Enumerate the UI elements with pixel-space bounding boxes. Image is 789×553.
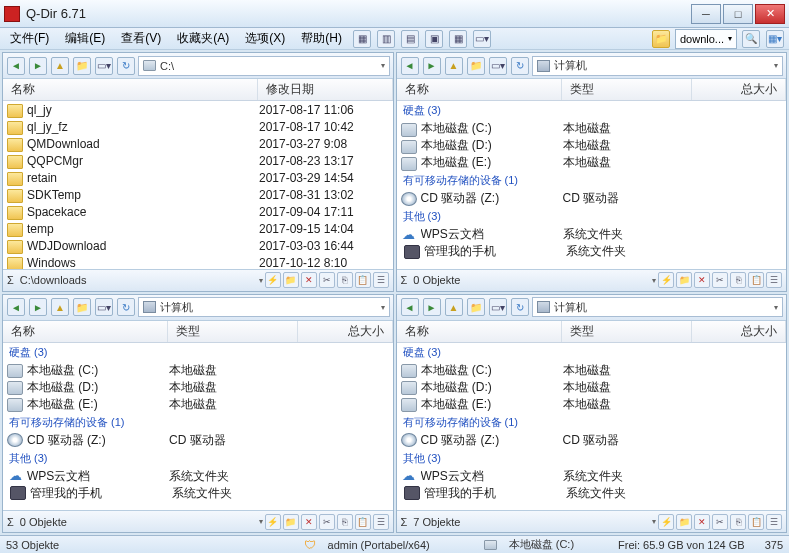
pane-4-filelist[interactable]: 硬盘 (3)本地磁盘 (C:)本地磁盘本地磁盘 (D:)本地磁盘本地磁盘 (E:… xyxy=(397,343,787,511)
pane-2-address[interactable]: 计算机▾ xyxy=(532,56,784,76)
view-icon[interactable]: ▭▾ xyxy=(489,57,507,75)
col-type[interactable]: 类型 xyxy=(562,79,692,100)
props-icon[interactable]: ☰ xyxy=(766,514,782,530)
pane-1-address[interactable]: C:\▾ xyxy=(138,56,390,76)
file-row[interactable]: retain2017-03-29 14:54 xyxy=(3,169,393,186)
drive-row[interactable]: 本地磁盘 (D:)本地磁盘 xyxy=(3,379,393,396)
pane-3-filelist[interactable]: 硬盘 (3)本地磁盘 (C:)本地磁盘本地磁盘 (D:)本地磁盘本地磁盘 (E:… xyxy=(3,343,393,511)
forward-icon[interactable]: ► xyxy=(423,298,441,316)
copy-icon[interactable]: ⎘ xyxy=(730,514,746,530)
pane-2-filelist[interactable]: 硬盘 (3)本地磁盘 (C:)本地磁盘本地磁盘 (D:)本地磁盘本地磁盘 (E:… xyxy=(397,101,787,269)
refresh-icon[interactable]: ↻ xyxy=(117,57,135,75)
layout-3-icon[interactable]: ▤ xyxy=(401,30,419,48)
bolt-icon[interactable]: ⚡ xyxy=(658,514,674,530)
file-row[interactable]: QQPCMgr2017-08-23 13:17 xyxy=(3,152,393,169)
col-name[interactable]: 名称 xyxy=(3,79,258,100)
dropdown-icon[interactable]: ▾ xyxy=(652,517,656,526)
view-icon[interactable]: ▭▾ xyxy=(95,57,113,75)
delete-icon[interactable]: ✕ xyxy=(301,272,317,288)
back-icon[interactable]: ◄ xyxy=(7,298,25,316)
file-row[interactable]: Spacekace2017-09-04 17:11 xyxy=(3,203,393,220)
view-mode-icon[interactable]: ▭▾ xyxy=(473,30,491,48)
menu-edit[interactable]: 编辑(E) xyxy=(59,28,111,49)
delete-icon[interactable]: ✕ xyxy=(301,514,317,530)
copy-icon[interactable]: ⎘ xyxy=(337,514,353,530)
menu-view[interactable]: 查看(V) xyxy=(115,28,167,49)
folder-nav-icon[interactable]: 📁 xyxy=(73,298,91,316)
drive-row[interactable]: ☁WPS云文档系统文件夹 xyxy=(397,468,787,485)
layout-4-icon[interactable]: ▣ xyxy=(425,30,443,48)
cut-icon[interactable]: ✂ xyxy=(712,514,728,530)
bolt-icon[interactable]: ⚡ xyxy=(265,514,281,530)
drive-row[interactable]: 本地磁盘 (C:)本地磁盘 xyxy=(397,120,787,137)
drive-row[interactable]: 本地磁盘 (D:)本地磁盘 xyxy=(397,379,787,396)
layout-5-icon[interactable]: ▦ xyxy=(449,30,467,48)
col-type[interactable]: 类型 xyxy=(562,321,692,342)
file-row[interactable]: ql_jy2017-08-17 11:06 xyxy=(3,101,393,118)
paste-icon[interactable]: 📋 xyxy=(355,272,371,288)
file-row[interactable]: temp2017-09-15 14:04 xyxy=(3,220,393,237)
props-icon[interactable]: ☰ xyxy=(373,272,389,288)
up-icon[interactable]: ▲ xyxy=(445,57,463,75)
search-icon[interactable]: 🔍 xyxy=(742,30,760,48)
drive-row[interactable]: 本地磁盘 (C:)本地磁盘 xyxy=(397,362,787,379)
layout-1-icon[interactable]: ▦ xyxy=(353,30,371,48)
drive-row[interactable]: 本地磁盘 (E:)本地磁盘 xyxy=(3,396,393,413)
menu-help[interactable]: 帮助(H) xyxy=(295,28,348,49)
new-folder-icon[interactable]: 📁 xyxy=(676,514,692,530)
props-icon[interactable]: ☰ xyxy=(766,272,782,288)
paste-icon[interactable]: 📋 xyxy=(748,272,764,288)
drive-row[interactable]: 本地磁盘 (C:)本地磁盘 xyxy=(3,362,393,379)
forward-icon[interactable]: ► xyxy=(29,298,47,316)
up-icon[interactable]: ▲ xyxy=(51,57,69,75)
forward-icon[interactable]: ► xyxy=(29,57,47,75)
new-folder-icon[interactable]: 📁 xyxy=(283,514,299,530)
menu-file[interactable]: 文件(F) xyxy=(4,28,55,49)
download-dropdown[interactable]: downlo...▾ xyxy=(675,29,737,49)
paint-icon[interactable]: ▦▾ xyxy=(766,30,784,48)
drive-row[interactable]: ☁WPS云文档系统文件夹 xyxy=(3,468,393,485)
bolt-icon[interactable]: ⚡ xyxy=(265,272,281,288)
new-folder-icon[interactable]: 📁 xyxy=(283,272,299,288)
drive-row[interactable]: 管理我的手机系统文件夹 xyxy=(397,243,787,260)
refresh-icon[interactable]: ↻ xyxy=(511,57,529,75)
forward-icon[interactable]: ► xyxy=(423,57,441,75)
col-type[interactable]: 类型 xyxy=(168,321,298,342)
delete-icon[interactable]: ✕ xyxy=(694,272,710,288)
col-size[interactable]: 总大小 xyxy=(298,321,393,342)
dropdown-icon[interactable]: ▾ xyxy=(259,517,263,526)
drive-row[interactable]: CD 驱动器 (Z:)CD 驱动器 xyxy=(397,190,787,207)
drive-row[interactable]: CD 驱动器 (Z:)CD 驱动器 xyxy=(397,432,787,449)
file-row[interactable]: ql_jy_fz2017-08-17 10:42 xyxy=(3,118,393,135)
drive-row[interactable]: 管理我的手机系统文件夹 xyxy=(397,485,787,502)
drive-row[interactable]: 管理我的手机系统文件夹 xyxy=(3,485,393,502)
col-size[interactable]: 总大小 xyxy=(692,321,787,342)
view-icon[interactable]: ▭▾ xyxy=(489,298,507,316)
layout-2-icon[interactable]: ▥ xyxy=(377,30,395,48)
file-row[interactable]: QMDownload2017-03-27 9:08 xyxy=(3,135,393,152)
pane-4-address[interactable]: 计算机▾ xyxy=(532,297,784,317)
bolt-icon[interactable]: ⚡ xyxy=(658,272,674,288)
paste-icon[interactable]: 📋 xyxy=(355,514,371,530)
refresh-icon[interactable]: ↻ xyxy=(117,298,135,316)
maximize-button[interactable]: □ xyxy=(723,4,753,24)
paste-icon[interactable]: 📋 xyxy=(748,514,764,530)
cut-icon[interactable]: ✂ xyxy=(712,272,728,288)
back-icon[interactable]: ◄ xyxy=(401,57,419,75)
col-moddate[interactable]: 修改日期 xyxy=(258,79,393,100)
props-icon[interactable]: ☰ xyxy=(373,514,389,530)
cut-icon[interactable]: ✂ xyxy=(319,272,335,288)
drive-row[interactable]: CD 驱动器 (Z:)CD 驱动器 xyxy=(3,432,393,449)
pane-1-filelist[interactable]: ql_jy2017-08-17 11:06ql_jy_fz2017-08-17 … xyxy=(3,101,393,269)
new-folder-icon[interactable]: 📁 xyxy=(676,272,692,288)
col-name[interactable]: 名称 xyxy=(397,79,562,100)
menu-options[interactable]: 选项(X) xyxy=(239,28,291,49)
refresh-icon[interactable]: ↻ xyxy=(511,298,529,316)
file-row[interactable]: WDJDownload2017-03-03 16:44 xyxy=(3,237,393,254)
dropdown-icon[interactable]: ▾ xyxy=(652,276,656,285)
folder-icon[interactable]: 📁 xyxy=(652,30,670,48)
col-name[interactable]: 名称 xyxy=(3,321,168,342)
folder-nav-icon[interactable]: 📁 xyxy=(467,57,485,75)
cut-icon[interactable]: ✂ xyxy=(319,514,335,530)
delete-icon[interactable]: ✕ xyxy=(694,514,710,530)
